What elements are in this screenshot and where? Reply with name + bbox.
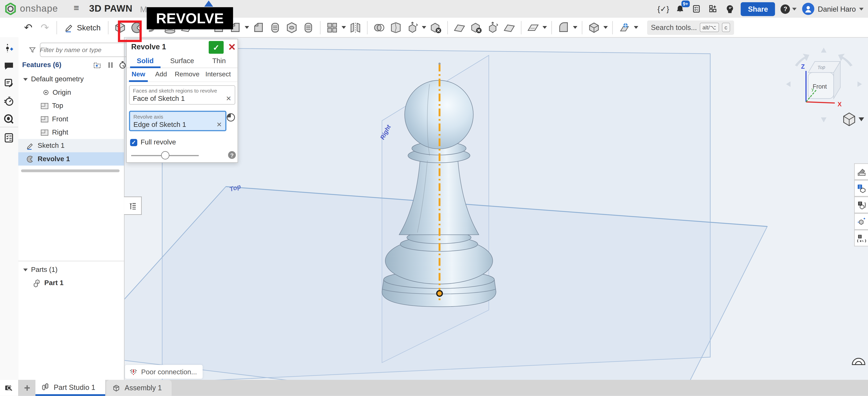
configurations-panel-button[interactable] — [854, 180, 868, 196]
tasks-checklist-icon[interactable] — [691, 3, 702, 14]
comments-icon[interactable] — [3, 60, 14, 71]
isometric-view-button[interactable] — [844, 113, 864, 126]
document-title[interactable]: 3D PAWN — [89, 3, 132, 14]
onshape-logo-icon[interactable] — [4, 3, 17, 15]
tab-new[interactable]: New — [127, 67, 150, 81]
panel-horizontal-scrollbar[interactable] — [21, 170, 120, 172]
tree-row-origin[interactable]: Origin — [18, 86, 124, 99]
tab-add[interactable]: Add — [150, 67, 172, 81]
chamfer-dropdown-caret[interactable] — [245, 26, 249, 29]
delete-face-tool[interactable] — [469, 20, 483, 34]
clear-selection-icon[interactable]: ✕ — [216, 121, 222, 128]
collapse-tree-button[interactable] — [124, 196, 142, 215]
mate-connector-tool[interactable] — [617, 20, 631, 34]
tab-remove[interactable]: Remove — [172, 67, 202, 81]
full-revolve-checkbox[interactable]: ✓ — [130, 139, 137, 146]
part-row-part-1[interactable]: Part 1 — [18, 276, 124, 290]
versions-history-icon[interactable] — [3, 42, 14, 54]
view-cube-front-label[interactable]: Front — [812, 83, 827, 90]
filter-field[interactable] — [40, 42, 129, 57]
faces-to-revolve-field[interactable]: Faces and sketch regions to revolve Face… — [129, 85, 235, 104]
move-face-tool[interactable] — [485, 20, 500, 34]
modify-fillet-tool[interactable] — [452, 20, 467, 34]
tab-part-studio-1[interactable]: Part Studio 1 — [35, 380, 105, 396]
pattern-dropdown-caret[interactable] — [341, 26, 346, 29]
filter-input[interactable] — [39, 46, 121, 54]
onshape-logo-text[interactable]: onshape — [20, 3, 58, 14]
transform-tool[interactable] — [405, 20, 420, 34]
tree-row-right-plane[interactable]: Right — [18, 126, 124, 139]
clear-selection-icon[interactable]: ✕ — [226, 95, 231, 102]
tree-row-top-plane[interactable]: Top — [18, 99, 124, 112]
view-cube[interactable]: Top Front Z X y — [786, 48, 862, 122]
delete-part-tool[interactable] — [428, 20, 443, 34]
replace-face-tool[interactable] — [502, 20, 517, 34]
tree-row-front-plane[interactable]: Front — [18, 113, 124, 126]
tree-row-default-geometry[interactable]: Default geometry — [18, 72, 124, 86]
linear-pattern-tool[interactable] — [325, 20, 339, 34]
transform-dropdown-caret[interactable] — [422, 26, 426, 29]
split-tool[interactable] — [389, 20, 403, 34]
document-notes-icon[interactable] — [3, 78, 14, 89]
tree-row-sketch-1[interactable]: Sketch 1 — [18, 139, 124, 152]
plane-tool[interactable] — [526, 20, 540, 34]
search-tools[interactable]: Search tools... alt/⌥ c — [647, 20, 734, 34]
add-folder-icon[interactable] — [93, 61, 102, 69]
user-avatar[interactable] — [802, 3, 814, 15]
dialog-help-icon[interactable]: ? — [228, 151, 236, 159]
user-menu[interactable]: Daniel Haro — [802, 3, 864, 15]
custom-tables-panel-button[interactable] — [854, 196, 868, 213]
boolean-tool[interactable] — [372, 20, 386, 34]
search-model-icon[interactable] — [3, 114, 14, 124]
opposite-direction-icon[interactable] — [226, 113, 236, 123]
apps-grid-icon[interactable] — [708, 3, 719, 14]
notifications-bell-icon[interactable]: 9+ — [674, 3, 685, 14]
tab-thin[interactable]: Thin — [200, 55, 238, 68]
angle-slider-handle[interactable] — [161, 151, 169, 159]
chevron-down-icon[interactable] — [23, 268, 28, 271]
chevron-down-icon[interactable] — [23, 78, 28, 81]
enclose-dropdown-caret[interactable] — [603, 26, 608, 29]
revolve-axis-field[interactable]: Revolve axis Edge of Sketch 1 ✕ — [129, 111, 226, 131]
tab-manager-button[interactable] — [0, 380, 19, 396]
tab-surface[interactable]: Surface — [164, 55, 200, 68]
hole-tool[interactable] — [301, 20, 315, 34]
mirror-tool[interactable] — [348, 20, 363, 34]
parts-header-row[interactable]: Parts (1) — [18, 263, 124, 276]
confirm-button[interactable]: ✓ — [209, 41, 224, 54]
tree-row-revolve-1[interactable]: Revolve 1 — [18, 152, 124, 165]
tab-intersect[interactable]: Intersect — [202, 67, 234, 81]
enclose-tool[interactable] — [587, 20, 601, 34]
add-tab-button[interactable]: + — [19, 380, 35, 396]
helix-tool[interactable] — [556, 20, 571, 34]
helix-dropdown-caret[interactable] — [573, 26, 577, 29]
feature-script-icon[interactable]: {✓} — [658, 3, 669, 14]
rollback-clock-icon[interactable] — [118, 61, 127, 69]
performance-icon[interactable] — [3, 96, 14, 107]
units-protractor-icon[interactable] — [851, 357, 866, 365]
variables-panel-button[interactable] — [854, 230, 868, 246]
rib-tool[interactable] — [268, 20, 282, 34]
plane-dropdown-caret[interactable] — [542, 26, 547, 29]
connection-status: Poor connection... — [125, 365, 203, 378]
mate-dropdown-caret[interactable] — [633, 26, 638, 29]
shell-tool[interactable] — [284, 20, 299, 34]
view-cube-top-label[interactable]: Top — [817, 64, 826, 70]
help-menu[interactable]: ? — [781, 4, 797, 13]
menu-icon[interactable]: ≡ — [73, 4, 84, 13]
sketch-button[interactable]: Sketch — [60, 21, 104, 34]
bounding-box-panel-button[interactable] — [854, 213, 868, 230]
appearance-panel-button[interactable] — [854, 163, 868, 180]
full-revolve-row[interactable]: ✓ Full revolve — [130, 139, 176, 146]
draft-tool[interactable] — [251, 20, 266, 34]
learning-center-icon[interactable] — [724, 3, 735, 14]
cut-list-icon[interactable] — [3, 132, 14, 144]
cancel-button[interactable]: ✕ — [226, 41, 238, 54]
suppress-pause-icon[interactable] — [106, 61, 115, 69]
redo-button[interactable]: ↷ — [38, 20, 52, 34]
share-button[interactable]: Share — [741, 2, 775, 16]
tab-solid[interactable]: Solid — [127, 55, 164, 68]
help-icon[interactable]: ? — [781, 4, 790, 13]
tab-assembly-1[interactable]: Assembly 1 — [106, 380, 172, 396]
undo-button[interactable]: ↶ — [21, 20, 35, 34]
